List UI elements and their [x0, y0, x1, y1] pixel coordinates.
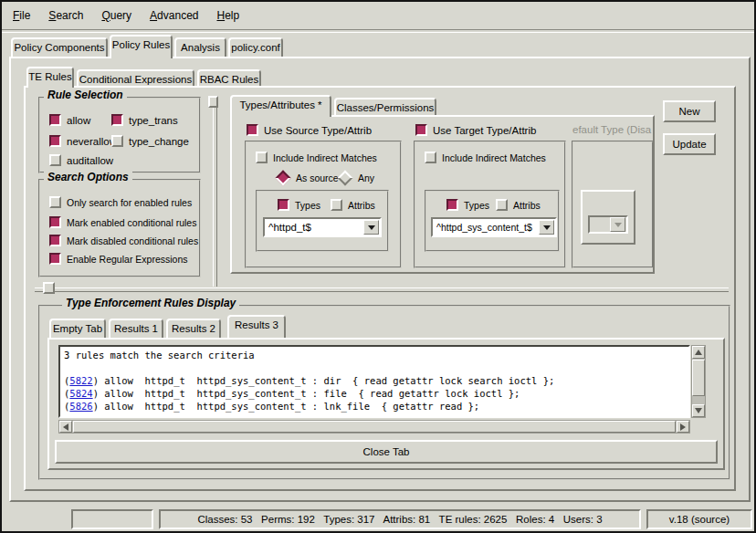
vertical-scrollbar[interactable] [691, 345, 706, 418]
button-label: Update [672, 139, 706, 150]
new-button[interactable]: New [663, 100, 716, 122]
types-attributes-page: Use Source Type/Attrib Include Indirect … [230, 115, 655, 274]
checkbox-indicator [49, 216, 61, 228]
checkbox-indicator [49, 114, 61, 126]
close-tab-button[interactable]: Close Tab [55, 440, 718, 464]
scroll-right-arrow[interactable] [677, 421, 689, 433]
tab-label: Conditional Expressions [79, 74, 192, 85]
source-criteria-frame: Include Indirect Matches As source Any [245, 141, 402, 268]
tab-policy-rules[interactable]: Policy Rules [110, 35, 173, 58]
checkbox-mark-disabled-conditional[interactable]: Mark disabled conditional rules [49, 235, 198, 246]
menu-file[interactable]: File [13, 9, 30, 22]
tab-label: Types/Attributes * [239, 99, 321, 110]
checkbox-label: Use Source Type/Attrib [264, 125, 372, 136]
checkbox-neverallow[interactable]: neverallow [49, 135, 117, 147]
checkbox-source-indirect[interactable]: Include Indirect Matches [256, 152, 377, 163]
tab-results-1[interactable]: Results 1 [109, 319, 163, 338]
checkbox-use-target-type[interactable]: Use Target Type/Attrib [415, 124, 536, 136]
checkbox-label: type_trans [129, 115, 178, 126]
menubar-separator [2, 29, 754, 33]
vertical-sash[interactable] [213, 97, 217, 287]
checkbox-use-source-type[interactable]: Use Source Type/Attrib [247, 124, 372, 136]
checkbox-type-change[interactable]: type_change [111, 135, 189, 147]
horizontal-sash-handle[interactable] [43, 282, 55, 294]
radio-label: As source [296, 172, 339, 183]
checkbox-only-enabled-rules[interactable]: Only search for enabled rules [49, 196, 192, 208]
checkbox-label: auditallow [67, 155, 113, 166]
checkbox-type-trans[interactable]: type_trans [111, 114, 178, 126]
rule-line: (5826) allow httpd_t httpd_sys_content_t… [64, 400, 685, 413]
checkbox-allow[interactable]: allow [49, 114, 90, 126]
checkbox-auditallow[interactable]: auditallow [49, 154, 113, 166]
checkbox-label: neverallow [67, 136, 117, 147]
results-textarea[interactable]: 3 rules match the search criteria (5822)… [58, 345, 690, 418]
tab-rbac-rules[interactable]: RBAC Rules [197, 69, 261, 86]
target-criteria-frame: Include Indirect Matches Types Attribs [414, 141, 566, 268]
tab-types-attributes[interactable]: Types/Attributes * [230, 95, 331, 117]
target-type-combobox[interactable]: ^httpd_sys_content_t$ [431, 217, 557, 237]
tab-results-3[interactable]: Results 3 [227, 315, 286, 338]
checkbox-label: Mark disabled conditional rules [67, 235, 198, 246]
checkbox-indicator [446, 199, 458, 211]
scroll-left-arrow[interactable] [59, 421, 72, 433]
checkbox-source-types[interactable]: Types [278, 199, 320, 211]
checkbox-target-indirect[interactable]: Include Indirect Matches [425, 152, 546, 163]
menu-search[interactable]: Search [48, 9, 83, 22]
checkbox-indicator [256, 152, 268, 163]
menu-query[interactable]: Query [101, 9, 131, 22]
rule-id-link[interactable]: 5822 [69, 375, 92, 386]
combobox-value: ^httpd_sys_content_t$ [436, 222, 539, 233]
checkbox-label: Attribs [348, 200, 375, 211]
results-summary: 3 rules match the search criteria [64, 349, 685, 361]
horizontal-scrollbar-thumb[interactable] [73, 421, 676, 433]
status-version: v.18 (source) [646, 509, 752, 529]
scroll-down-arrow[interactable] [692, 404, 705, 417]
tab-empty-tab[interactable]: Empty Tab [49, 319, 106, 338]
radio-as-source[interactable]: As source [276, 172, 339, 183]
tab-analysis[interactable]: Analysis [174, 37, 226, 57]
vertical-scrollbar-thumb[interactable] [692, 360, 705, 396]
update-button[interactable]: Update [663, 133, 716, 155]
apol-window: File Search Query Advanced Help Policy C… [0, 0, 756, 533]
checkbox-label: Include Indirect Matches [273, 152, 377, 163]
source-type-combobox[interactable]: ^httpd_t$ [263, 217, 382, 237]
scroll-up-arrow[interactable] [692, 346, 705, 359]
tab-classes-permissions[interactable]: Classes/Permissions [334, 98, 436, 115]
checkbox-enable-regex[interactable]: Enable Regular Expressions [49, 253, 188, 265]
checkbox-target-types[interactable]: Types [446, 199, 489, 211]
tab-policy-conf[interactable]: policy.conf [228, 37, 283, 57]
checkbox-target-attribs[interactable]: Attribs [496, 199, 541, 211]
horizontal-scrollbar[interactable] [58, 420, 690, 434]
checkbox-label: Enable Regular Expressions [67, 254, 188, 265]
rule-selection-title: Rule Selection [44, 89, 127, 101]
menu-help[interactable]: Help [216, 9, 239, 22]
radio-any[interactable]: Any [338, 172, 374, 183]
checkbox-mark-enabled-conditional[interactable]: Mark enabled conditional rules [49, 216, 196, 228]
horizontal-sash[interactable] [35, 287, 729, 292]
checkbox-indicator [415, 124, 427, 136]
status-stats-text: Classes: 53 Perms: 192 Types: 317 Attrib… [197, 514, 602, 525]
blank-line [64, 361, 685, 374]
dropdown-arrow-icon[interactable] [539, 220, 554, 235]
dropdown-arrow-icon[interactable] [363, 220, 379, 235]
checkbox-indicator [49, 253, 61, 265]
tab-label: RBAC Rules [200, 74, 259, 85]
checkbox-label: allow [67, 115, 90, 126]
radio-indicator [338, 170, 353, 185]
status-version-text: v.18 (source) [669, 514, 730, 525]
source-types-frame: Types Attribs ^httpd_t$ [256, 190, 389, 252]
rule-text: ) allow httpd_t httpd_sys_content_t : di… [93, 375, 555, 386]
tab-te-rules[interactable]: TE Rules [26, 67, 74, 88]
vertical-sash-handle[interactable] [208, 96, 218, 108]
menu-advanced[interactable]: Advanced [150, 9, 198, 22]
checkbox-indicator [111, 114, 123, 126]
rule-line: (5822) allow httpd_t httpd_sys_content_t… [64, 374, 685, 387]
rule-id-link[interactable]: 5826 [69, 401, 92, 412]
rule-id-link[interactable]: 5824 [69, 388, 92, 399]
tab-conditional-expressions[interactable]: Conditional Expressions [77, 69, 194, 86]
button-label: New [678, 106, 699, 117]
checkbox-source-attribs[interactable]: Attribs [331, 199, 375, 211]
tab-results-2[interactable]: Results 2 [166, 319, 221, 338]
tab-policy-components[interactable]: Policy Components [11, 37, 108, 57]
status-stats: Classes: 53 Perms: 192 Types: 317 Attrib… [159, 509, 641, 529]
